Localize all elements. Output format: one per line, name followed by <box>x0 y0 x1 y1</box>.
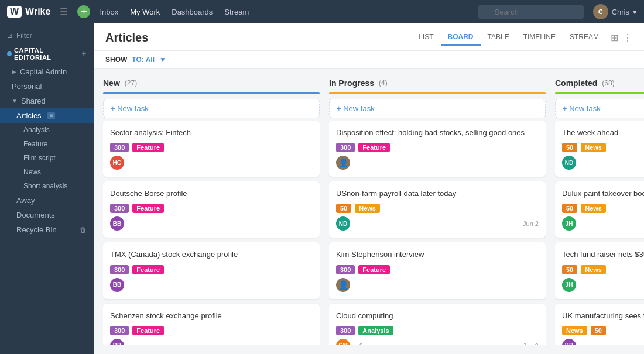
card[interactable]: USnon-farm payroll data later today50New… <box>329 181 546 238</box>
logo[interactable]: W Wrike <box>7 6 50 18</box>
card[interactable]: Deutsche Borse profile300FeatureBB <box>103 181 320 238</box>
card-footer: CM≡ 6Jun 9 <box>336 339 539 345</box>
card[interactable]: UK manufacturing sees further marked gro… <box>555 304 644 345</box>
card-footer: NDJun 3 <box>562 156 644 170</box>
card-tag: 300 <box>336 265 355 274</box>
column-header-completed: Completed (68) <box>555 78 644 88</box>
card-title: Schenzen stock exchange profile <box>110 311 313 321</box>
card-title: TMX (Canada) stock exchange profile <box>110 249 313 260</box>
tab-table[interactable]: TABLE <box>481 29 516 46</box>
sidebar-add-icon[interactable]: + <box>81 49 87 59</box>
card[interactable]: Cloud computing300AnalysisCM≡ 6Jun 9 <box>329 304 546 345</box>
card-footer: HG <box>110 156 313 170</box>
avatar: C <box>593 4 608 19</box>
card-footer-left: JH <box>562 278 576 292</box>
card[interactable]: Disposition effect: holding bad stocks, … <box>329 121 546 177</box>
card-tag: Feature <box>132 143 164 152</box>
sidebar-item-feature[interactable]: Feature <box>0 137 94 151</box>
sidebar-item-filmscript[interactable]: Film script <box>0 151 94 165</box>
card-avatar: HG <box>110 156 124 170</box>
top-nav-links: Inbox My Work Dashboards Stream <box>100 8 249 16</box>
add-button[interactable]: + <box>77 5 90 18</box>
card-title: Deutsche Borse profile <box>110 188 313 199</box>
card-tag: 50 <box>562 265 577 274</box>
card-footer-left: HG <box>110 156 124 170</box>
filter-funnel-icon[interactable]: ▼ <box>159 56 166 64</box>
sidebar-section-header[interactable]: CAPITAL EDITORIAL + <box>0 43 94 64</box>
card-footer: 👤 <box>336 278 539 292</box>
column-border-inprogress <box>329 92 546 94</box>
sidebar-item-news[interactable]: News <box>0 165 94 179</box>
card-tag: News <box>355 204 380 213</box>
tab-timeline[interactable]: TIMELINE <box>516 29 563 46</box>
card-tag: Feature <box>132 204 164 213</box>
tab-stream[interactable]: STREAM <box>563 29 606 46</box>
card-footer-left: BB <box>110 216 124 231</box>
card-tag: 300 <box>336 143 355 152</box>
card[interactable]: Tech fund raiser nets $35m in30 seconds5… <box>555 242 644 298</box>
card[interactable]: Schenzen stock exchange profile300Featur… <box>103 304 320 345</box>
card-tags: 300Feature <box>110 143 313 152</box>
card[interactable]: Sector analysis: Fintech300FeatureHG <box>103 121 320 177</box>
sidebar-item-recycle-bin[interactable]: Recycle Bin 🗑 <box>0 222 94 237</box>
card-title: Disposition effect: holding bad stocks, … <box>336 128 539 138</box>
sidebar-filter[interactable]: ⊿ Filter <box>0 28 94 43</box>
sidebar-item-shared[interactable]: ▼ Shared <box>0 94 94 108</box>
column-completed: Completed (68)+ New taskThe week ahead50… <box>555 78 644 345</box>
sidebar-item-short-analysis[interactable]: Short analysis <box>0 179 94 193</box>
sidebar-item-capital-admin[interactable]: ▶ Capital Admin <box>0 64 94 79</box>
card[interactable]: The week ahead50NewsNDJun 3 <box>555 121 644 177</box>
more-options-icon[interactable]: ⋮ <box>623 32 632 43</box>
card-tags: 300Feature <box>110 326 313 335</box>
card-footer: BB <box>110 278 313 292</box>
tab-board[interactable]: BOARD <box>441 29 481 46</box>
sidebar-item-documents[interactable]: Documents <box>0 208 94 222</box>
card[interactable]: Dulux paint takeover bod dropped.50NewsJ… <box>555 181 644 238</box>
sidebar-item-analysis[interactable]: Analysis <box>0 123 94 137</box>
nav-mywork[interactable]: My Work <box>130 8 160 16</box>
card-avatar: BB <box>110 339 124 345</box>
top-navigation: W Wrike ☰ + Inbox My Work Dashboards Str… <box>0 0 644 23</box>
card-title: USnon-farm payroll data later today <box>336 188 539 199</box>
column-border-completed <box>555 92 644 94</box>
new-task-button-new[interactable]: + New task <box>103 99 320 118</box>
card-title: UK manufacturing sees further marked gro… <box>562 311 644 321</box>
card-avatar: CM <box>336 339 350 345</box>
new-task-button-inprogress[interactable]: + New task <box>329 99 546 118</box>
card-tag: News <box>581 143 606 152</box>
card-tag: Feature <box>132 265 164 274</box>
card-tag: 50 <box>336 204 351 213</box>
card-tag: Feature <box>358 265 390 274</box>
card-tags: News50 <box>562 326 644 335</box>
card-tags: 300Feature <box>110 265 313 274</box>
tab-list[interactable]: LIST <box>412 29 440 46</box>
nav-stream[interactable]: Stream <box>224 8 249 16</box>
card-avatar: BB <box>110 216 124 231</box>
view-tabs: LIST BOARD TABLE TIMELINE STREAM <box>412 29 606 46</box>
card-avatar: 👤 <box>336 156 350 170</box>
nav-dashboards[interactable]: Dashboards <box>172 8 213 16</box>
card[interactable]: TMX (Canada) stock exchange profile300Fe… <box>103 242 320 298</box>
grid-icon[interactable]: ⊞ <box>611 32 618 43</box>
card-sub-count: ≡ 6 <box>354 342 363 345</box>
column-border-new <box>103 92 320 94</box>
sidebar-item-personal[interactable]: Personal <box>0 79 94 94</box>
nav-inbox[interactable]: Inbox <box>100 8 118 16</box>
card-title: Dulux paint takeover bod dropped. <box>562 188 644 199</box>
new-task-button-completed[interactable]: + New task <box>555 99 644 118</box>
search-input[interactable] <box>478 5 584 19</box>
chevron-right-icon: ▶ <box>12 68 16 75</box>
sidebar-item-articles[interactable]: Articles ≡ <box>0 108 94 123</box>
card[interactable]: Kim Stephenson interview300Feature👤 <box>329 242 546 298</box>
hamburger-icon[interactable]: ☰ <box>60 6 68 18</box>
page-header: Articles LIST BOARD TABLE TIMELINE STREA… <box>94 23 644 51</box>
column-count-new: (27) <box>125 79 137 87</box>
column-inprogress: In Progress (4)+ New taskDisposition eff… <box>329 78 546 345</box>
sidebar-section-dot <box>7 51 12 56</box>
card-tag: Feature <box>132 326 164 335</box>
card-tags: 300Feature <box>110 204 313 213</box>
card-footer-left: BB <box>110 278 124 292</box>
card-tag: 300 <box>110 143 129 152</box>
user-menu[interactable]: C Chris ▾ <box>593 4 637 19</box>
sidebar-item-away[interactable]: Away <box>0 193 94 208</box>
